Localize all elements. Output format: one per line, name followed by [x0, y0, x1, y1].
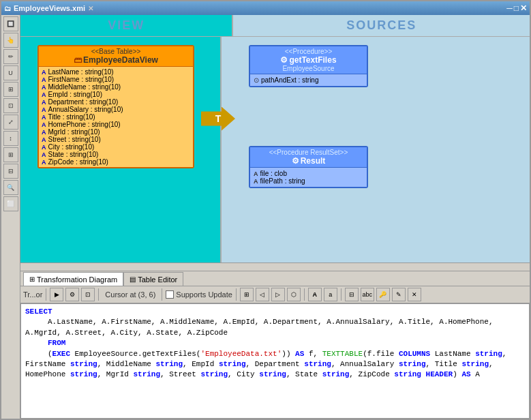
- base-table-stereotype: <<Base Table>>: [40, 48, 192, 55]
- diagram-canvas[interactable]: <<Base Table>> 🗃 EmployeeDataView A Last…: [20, 37, 530, 262]
- toolbar-btn-10[interactable]: ⊟: [3, 164, 18, 179]
- arrow-shape: T: [201, 107, 235, 131]
- toolbar-btn-5[interactable]: ⊞: [3, 82, 18, 97]
- procedure-card[interactable]: <<Procedure>> ⚙ getTextFiles EmployeeSou…: [249, 45, 368, 87]
- field-icon: A: [42, 76, 46, 83]
- result-field-filepath: A filePath : string: [254, 177, 363, 185]
- supports-update-container: Supports Update: [166, 290, 232, 299]
- field-icon: A: [254, 178, 258, 185]
- editor-label: Tr...or: [23, 290, 42, 299]
- transform-tab-icon: ⊞: [29, 275, 35, 283]
- field-Title: A Title : string(10): [42, 113, 190, 121]
- field-MgrId: A MgrId : string(10): [42, 128, 190, 136]
- toolbar-btn-4[interactable]: U: [3, 65, 18, 80]
- toolbar-btn-7[interactable]: ⤢: [3, 115, 18, 130]
- field-icon: A: [42, 121, 46, 128]
- field-icon: A: [42, 91, 46, 98]
- sql-line-7: HomePhone string, MgrId string, Street s…: [25, 370, 525, 380]
- field-ZipCode: A ZipCode : string(10): [42, 158, 190, 166]
- tool-btn-4[interactable]: ⊞: [240, 288, 254, 301]
- field-icon: A: [42, 136, 46, 143]
- tool-btn-8[interactable]: ⊟: [345, 288, 359, 301]
- title-bar: 🗂 EmployeeViews.xmi ✕ ─ □ ✕: [1, 1, 530, 15]
- bottom-tabs: ⊞ Transformation Diagram ▤ Table Editor: [20, 271, 530, 286]
- sep2: [98, 288, 99, 301]
- left-toolbar: 🔲 👆 ✏ U ⊞ ⊡ ⤢ ↕ ⊞ ⊟ 🔍 ⬜: [1, 15, 20, 419]
- field-LastName: A LastName : string(10): [42, 68, 190, 76]
- field-EmpId: A EmpId : string(10): [42, 91, 190, 98]
- toolbar-btn-11[interactable]: 🔍: [3, 180, 18, 195]
- bottom-toolbar: Tr...or ▶ ⚙ ⊡ Cursor at (3, 6) Supports …: [20, 286, 530, 303]
- field-AnnualSalary: A AnnualSalary : string(10): [42, 106, 190, 113]
- close-button[interactable]: ✕: [520, 3, 527, 13]
- proc-subtitle: EmployeeSource: [252, 65, 365, 72]
- toolbar-btn-9[interactable]: ⊞: [3, 147, 18, 162]
- result-field-file: A file : clob: [254, 170, 363, 177]
- tab-indicator: ✕: [88, 5, 93, 12]
- tool-btn-2[interactable]: ⚙: [65, 288, 79, 301]
- field-Department: A Department : string(10): [42, 98, 190, 106]
- proc-stereotype: <<Procedure>>: [252, 48, 365, 55]
- base-table-title: 🗃 EmployeeDataView: [40, 55, 192, 65]
- field-HomePhone: A HomePhone : string(10): [42, 121, 190, 128]
- bottom-section: Tr...or ▶ ⚙ ⊡ Cursor at (3, 6) Supports …: [20, 286, 530, 419]
- toolbar-btn-8[interactable]: ↕: [3, 131, 18, 146]
- tool-btn-A[interactable]: A: [308, 288, 322, 301]
- result-title: ⚙ Result: [252, 156, 365, 166]
- tab-transformation-diagram[interactable]: ⊞ Transformation Diagram: [23, 272, 123, 286]
- proc-title: ⚙ getTextFiles: [252, 55, 365, 65]
- toolbar-btn-1[interactable]: 🔲: [3, 16, 18, 31]
- proc-param: ⊙ pathAndExt : string: [254, 76, 363, 84]
- toolbar-btn-3[interactable]: ✏: [3, 49, 18, 64]
- tool-btn-run[interactable]: ▶: [50, 288, 63, 301]
- tool-btn-10[interactable]: 🔑: [376, 288, 390, 301]
- toolbar-btn-12[interactable]: ⬜: [3, 196, 18, 211]
- maximize-button[interactable]: □: [514, 3, 519, 13]
- proc-body: ⊙ pathAndExt : string: [250, 74, 367, 86]
- tool-btn-11[interactable]: ✎: [392, 288, 406, 301]
- field-icon: A: [42, 69, 46, 76]
- supports-update-label: Supports Update: [176, 290, 232, 299]
- tool-btn-6[interactable]: ▷: [271, 288, 285, 301]
- field-State: A State : string(10): [42, 151, 190, 158]
- minimize-button[interactable]: ─: [506, 3, 513, 13]
- h-scrollbar[interactable]: [20, 262, 530, 271]
- sql-line-5: (EXEC EmployeeSource.getTextFiles('Emplo…: [25, 349, 525, 359]
- sql-line-6: FirstName string, MiddleName string, Emp…: [25, 359, 525, 370]
- tool-btn-3[interactable]: ⊡: [81, 288, 95, 301]
- sql-line-4: FROM: [25, 338, 525, 348]
- tool-btn-5[interactable]: ◁: [256, 288, 269, 301]
- tab-table-editor[interactable]: ▤ Table Editor: [123, 272, 183, 286]
- field-icon: A: [42, 151, 46, 158]
- tool-btn-7[interactable]: ⬡: [287, 288, 301, 301]
- field-icon: A: [42, 99, 46, 106]
- sep4: [236, 288, 237, 301]
- sources-header: SOURCES: [233, 15, 530, 36]
- sources-pane: <<Procedure>> ⚙ getTextFiles EmployeeSou…: [222, 37, 530, 262]
- diagram-header: VIEW SOURCES: [20, 15, 530, 37]
- field-City: A City : string(10): [42, 143, 190, 151]
- base-table-header: <<Base Table>> 🗃 EmployeeDataView: [39, 46, 193, 67]
- result-header: <<Procedure ResultSet>> ⚙ Result: [250, 147, 367, 168]
- supports-update-checkbox[interactable]: [166, 290, 174, 299]
- tool-btn-9[interactable]: abc: [361, 288, 374, 301]
- sql-line-2: A.LastName, A.FirstName, A.MiddleName, A…: [25, 317, 525, 327]
- field-icon: A: [42, 144, 46, 151]
- toolbar-btn-2[interactable]: 👆: [3, 33, 18, 48]
- field-MiddleName: A MiddleName : string(10): [42, 83, 190, 91]
- sep3: [162, 288, 162, 301]
- tool-btn-close[interactable]: ✕: [408, 288, 421, 301]
- file-icon: 🗂: [4, 5, 11, 12]
- transform-arrow: T: [198, 105, 239, 132]
- base-table-body: A LastName : string(10) A FirstName : st…: [39, 67, 193, 167]
- sep5: [304, 288, 305, 301]
- toolbar-btn-6[interactable]: ⊡: [3, 98, 18, 113]
- main-window: 🗂 EmployeeViews.xmi ✕ ─ □ ✕ 🔲 👆 ✏ U ⊞ ⊡ …: [0, 0, 531, 420]
- sep1: [46, 288, 46, 301]
- result-card[interactable]: <<Procedure ResultSet>> ⚙ Result A file …: [249, 146, 368, 188]
- base-table-card[interactable]: <<Base Table>> 🗃 EmployeeDataView A Last…: [37, 45, 194, 168]
- tool-btn-a[interactable]: a: [324, 288, 337, 301]
- sql-line-1: SELECT: [25, 307, 525, 317]
- sql-editor[interactable]: SELECT A.LastName, A.FirstName, A.Middle…: [20, 303, 530, 419]
- view-header: VIEW: [20, 15, 233, 36]
